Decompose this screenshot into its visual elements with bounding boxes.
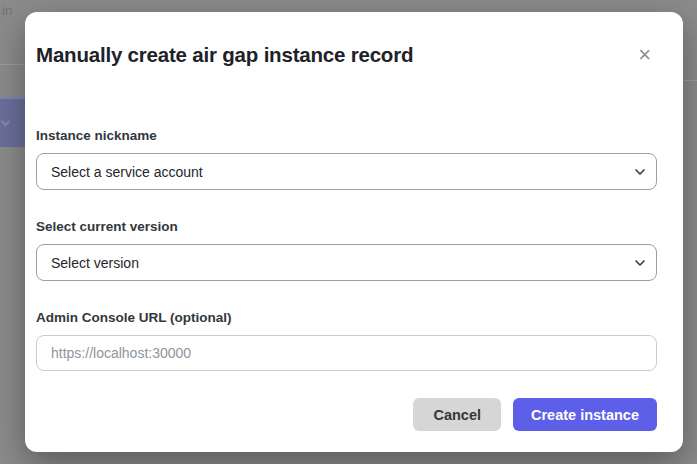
field-instance-nickname: Instance nickname Select a service accou… xyxy=(36,128,657,190)
background-divider xyxy=(0,64,25,65)
admin-console-url-label: Admin Console URL (optional) xyxy=(36,310,657,326)
field-admin-console-url: Admin Console URL (optional) xyxy=(36,310,657,371)
modal-title: Manually create air gap instance record xyxy=(36,42,413,68)
modal-footer: Cancel Create instance xyxy=(36,398,657,431)
current-version-label: Select current version xyxy=(36,219,657,235)
chevron-icon xyxy=(1,117,11,127)
create-airgap-instance-modal: Manually create air gap instance record … xyxy=(25,12,683,452)
close-button[interactable]: × xyxy=(632,44,657,66)
input-wrapper xyxy=(36,335,657,371)
create-instance-button[interactable]: Create instance xyxy=(513,398,657,431)
admin-console-url-input[interactable] xyxy=(36,335,657,371)
cancel-button[interactable]: Cancel xyxy=(413,398,501,431)
background-partial-text: in xyxy=(2,3,12,18)
modal-header: Manually create air gap instance record … xyxy=(36,42,657,68)
close-icon: × xyxy=(638,42,651,67)
field-current-version: Select current version Select version xyxy=(36,219,657,281)
background-divider xyxy=(683,80,697,81)
background-selected-row xyxy=(0,97,25,147)
service-account-select[interactable]: Select a service account xyxy=(36,153,657,190)
instance-nickname-label: Instance nickname xyxy=(36,128,657,144)
version-select[interactable]: Select version xyxy=(36,244,657,281)
select-wrapper: Select version xyxy=(36,244,657,281)
select-wrapper: Select a service account xyxy=(36,153,657,190)
